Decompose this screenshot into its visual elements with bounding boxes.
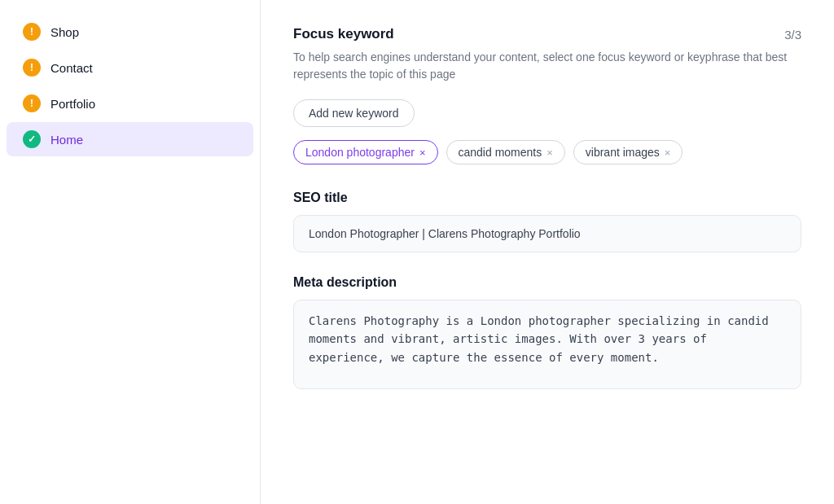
keyword-text-vibrant-images: vibrant images [586,146,660,159]
keyword-remove-candid-moments[interactable]: × [546,147,553,158]
seo-title-label: SEO title [293,191,801,205]
keyword-text-london-photographer: London photographer [305,146,415,159]
home-status-icon: ✓ [23,130,41,148]
sidebar-item-contact[interactable]: !Contact [7,50,253,85]
portfolio-status-icon: ! [23,94,41,112]
shop-status-icon: ! [23,23,41,41]
keyword-remove-vibrant-images[interactable]: × [665,147,671,158]
sidebar-item-label-home: Home [50,133,83,147]
add-keyword-button[interactable]: Add new keyword [293,99,415,127]
contact-status-icon: ! [23,59,41,77]
sidebar-item-home[interactable]: ✓Home [7,122,253,156]
meta-description-section: Meta description [293,275,801,392]
sidebar-item-shop[interactable]: !Shop [7,15,253,49]
sidebar: !Shop!Contact!Portfolio✓Home [0,0,261,504]
meta-description-label: Meta description [293,275,801,290]
focus-keyword-header: Focus keyword 3/3 [293,26,801,42]
main-content: Focus keyword 3/3 To help search engines… [261,0,834,504]
focus-keyword-counter: 3/3 [784,28,801,42]
sidebar-item-label-shop: Shop [50,25,79,39]
sidebar-item-label-contact: Contact [50,61,93,75]
keyword-tag-vibrant-images: vibrant images× [573,140,683,164]
focus-keyword-title: Focus keyword [293,26,394,42]
keyword-tag-candid-moments: candid moments× [446,140,565,164]
sidebar-item-portfolio[interactable]: !Portfolio [7,86,253,121]
keyword-text-candid-moments: candid moments [459,146,542,159]
seo-title-section: SEO title [293,191,801,252]
focus-keyword-section: Focus keyword 3/3 To help search engines… [293,26,801,164]
focus-keyword-description: To help search engines understand your c… [293,49,801,83]
keywords-row: London photographer×candid moments×vibra… [293,140,801,164]
sidebar-item-label-portfolio: Portfolio [50,97,95,111]
meta-description-textarea[interactable] [293,300,801,389]
keyword-remove-london-photographer[interactable]: × [419,147,426,158]
keyword-tag-london-photographer: London photographer× [293,140,438,164]
seo-title-input[interactable] [293,215,801,252]
